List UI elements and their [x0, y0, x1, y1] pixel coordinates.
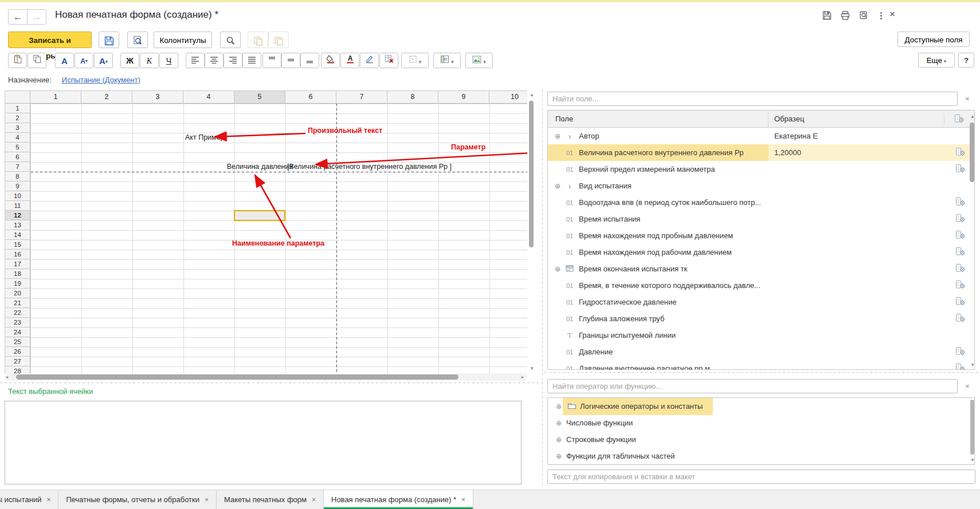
grid-row-header[interactable]: 8 — [5, 172, 30, 181]
grid-row-header[interactable]: 5 — [5, 143, 30, 152]
borders-dropdown[interactable]: ▾ — [401, 53, 429, 68]
grid-row-header[interactable]: 7 — [5, 162, 30, 172]
right-panel-splitter[interactable] — [544, 372, 978, 373]
fill-sample-icon[interactable] — [955, 197, 966, 206]
selected-cell[interactable] — [234, 210, 285, 221]
grid-row-header[interactable]: 13 — [5, 220, 30, 230]
grid-column-header[interactable]: 10 — [489, 91, 527, 104]
grid-corner-cell[interactable] — [5, 91, 30, 104]
grid-cell-text[interactable]: [Величина расчетного внутреннего давлени… — [287, 162, 452, 172]
grid-scroll-right-icon[interactable]: ▸ — [522, 375, 524, 380]
grid-column-header[interactable]: 4 — [183, 91, 234, 104]
fill-sample-button[interactable] — [947, 263, 974, 274]
expand-icon[interactable]: ⊕ — [548, 403, 563, 411]
decrease-font-size-button[interactable]: А▾ — [75, 53, 93, 68]
preview-button[interactable] — [127, 31, 148, 48]
font-button[interactable]: А — [55, 53, 74, 68]
fill-sample-button[interactable] — [947, 313, 974, 324]
grid-column-header[interactable]: 3 — [132, 91, 183, 104]
grid-row-header[interactable]: 12 — [5, 211, 30, 220]
clear-format-icon[interactable] — [379, 53, 398, 68]
expand-icon[interactable]: ⊕ — [548, 132, 560, 140]
grid-row-header[interactable]: 10 — [5, 191, 30, 201]
save-icon[interactable] — [821, 10, 833, 21]
grid-row-header[interactable]: 3 — [5, 123, 30, 133]
fill-sample-icon[interactable] — [955, 297, 966, 306]
grid-row-header[interactable]: 18 — [5, 269, 30, 279]
grid-column-header[interactable]: 6 — [285, 91, 336, 104]
field-search-clear-icon[interactable]: × — [965, 94, 970, 103]
field-row[interactable]: 01Величина расчетного внутреннего давлен… — [548, 144, 974, 161]
grid-scroll-left-icon[interactable]: ◂ — [6, 375, 8, 380]
vertical-splitter[interactable] — [542, 89, 543, 486]
grid-row-header[interactable]: 22 — [5, 308, 30, 318]
align-left-icon[interactable] — [186, 53, 205, 68]
expand-icon[interactable]: ⊕ — [548, 182, 560, 190]
grid-column-header[interactable]: 2 — [81, 91, 132, 104]
field-row[interactable]: 01Давление — [548, 344, 974, 360]
field-row[interactable]: 01Водоотдача впв (в период суток наиболь… — [548, 194, 974, 211]
grid-row-header[interactable]: 17 — [5, 259, 30, 269]
field-row[interactable]: 01Время испытания — [548, 211, 974, 227]
field-row[interactable]: ⊕›АвторЕкатерина Е — [548, 128, 974, 144]
fill-sample-icon[interactable] — [955, 247, 966, 256]
tab-close-icon[interactable]: × — [312, 496, 316, 504]
grid-row-header[interactable]: 16 — [5, 250, 30, 259]
field-row[interactable]: 01Гидростатическое давление — [548, 294, 974, 310]
picture-dropdown[interactable]: ▾ — [465, 53, 493, 68]
fill-sample-button[interactable] — [947, 280, 974, 291]
field-row[interactable]: ⊕Время окончания испытания тк — [548, 261, 974, 277]
function-search-clear-icon[interactable]: × — [965, 382, 970, 390]
grid-row-header[interactable]: 4 — [5, 133, 30, 143]
tab-close-icon[interactable]: × — [46, 496, 50, 504]
chevron-right-icon[interactable]: › — [560, 181, 579, 191]
fill-sample-icon[interactable] — [955, 363, 966, 370]
grid-row-header[interactable]: 15 — [5, 240, 30, 250]
forward-button[interactable]: → — [27, 9, 46, 25]
field-row[interactable]: 01Время нахождения под рабочим давлением — [548, 244, 974, 261]
fill-sample-icon[interactable] — [955, 346, 966, 356]
grid-column-header[interactable]: 5 — [234, 91, 285, 104]
paste-from-clipboard-button[interactable] — [268, 31, 289, 48]
italic-button[interactable]: К — [140, 53, 159, 68]
function-category-row[interactable]: ⊕Строковые функции — [548, 431, 974, 448]
grid-row-header[interactable]: 14 — [5, 230, 30, 240]
field-row[interactable]: ТГраницы испытуемой линии — [548, 327, 974, 344]
bottom-tab[interactable]: Новая печатная форма (создание) *× — [324, 490, 473, 509]
assignment-link[interactable]: Испытание (Документ) — [62, 76, 140, 84]
functions-scroll-down-icon[interactable]: ▼ — [970, 458, 975, 463]
expand-icon[interactable]: ⊕ — [548, 265, 560, 273]
grid-row-header[interactable]: 1 — [5, 104, 30, 113]
fill-sample-icon[interactable] — [955, 214, 966, 223]
align-justify-icon[interactable] — [242, 53, 261, 68]
fill-sample-button[interactable] — [947, 297, 974, 307]
grid-row-header[interactable]: 2 — [5, 113, 30, 123]
horizontal-splitter[interactable] — [0, 382, 542, 383]
field-row[interactable]: 01Глубина заложения труб — [548, 310, 974, 327]
expand-icon[interactable]: ⊕ — [548, 436, 563, 444]
grid-scroll-up-icon[interactable]: ▲ — [530, 93, 534, 97]
fill-sample-icon[interactable] — [955, 164, 966, 173]
grid-row-header[interactable]: 23 — [5, 318, 30, 328]
close-icon[interactable]: × — [889, 9, 895, 20]
cell-appearance-dropdown[interactable]: R:▾ — [433, 53, 461, 68]
spreadsheet[interactable]: 12345678910 1234567891011121314151617181… — [5, 90, 527, 373]
grid-column-header[interactable]: 8 — [387, 91, 438, 104]
grid-column-header[interactable]: 1 — [30, 91, 81, 104]
field-row[interactable]: ⊕›Вид испытания — [548, 177, 974, 194]
grid-row-header[interactable]: 9 — [5, 181, 30, 191]
grid-row-header[interactable]: 20 — [5, 289, 30, 298]
print-icon[interactable] — [839, 10, 852, 21]
field-row[interactable]: 01Верхний предел измерений манометра — [548, 161, 974, 177]
bottom-tab[interactable]: Макеты печатных форм× — [217, 490, 324, 509]
column-header-field[interactable]: Поле — [548, 111, 769, 127]
grid-vertical-scrollbar[interactable] — [529, 101, 534, 247]
fill-sample-icon[interactable] — [954, 114, 965, 123]
functions-scrollbar[interactable] — [970, 400, 974, 455]
field-row[interactable]: 01Давление внутреннее расчетное рр м — [548, 360, 974, 370]
valign-top-icon[interactable] — [262, 53, 281, 68]
function-category-row[interactable]: ⊕Числовые функции — [548, 415, 974, 431]
expand-icon[interactable]: ⊕ — [548, 419, 563, 427]
increase-font-size-button[interactable]: А▴ — [94, 53, 113, 68]
grid-scroll-down-icon[interactable]: ▼ — [530, 366, 534, 371]
